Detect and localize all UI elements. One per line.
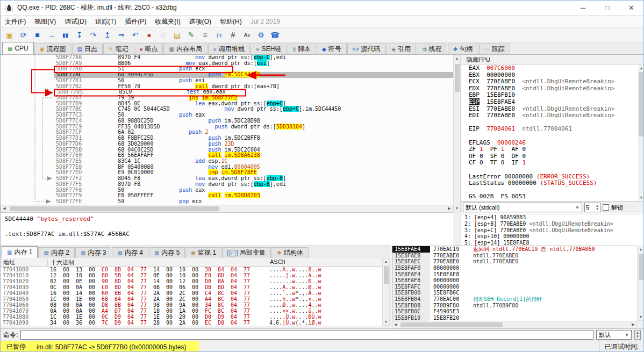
settings-button[interactable]: ⚙ <box>254 28 268 41</box>
scroll-up-arrow[interactable]: ▲ <box>638 65 644 71</box>
menu-item[interactable]: 选项(O) <box>185 16 216 28</box>
tab-CPU[interactable]: ▦CPU <box>2 42 34 54</box>
trace-coverage-button[interactable]: ◌ <box>156 28 170 41</box>
tab-内存 3[interactable]: ▦内存 3 <box>75 247 111 258</box>
register-row[interactable]: LastStatus 00000000 (STATUS_SUCCESS) <box>461 180 638 187</box>
stack-row[interactable]: 15E8FAE4770EAC19返回到 ntdll.770EAC19 自 ntd… <box>392 246 644 253</box>
tab-局部变量[interactable]: [x=]局部变量 <box>222 247 271 258</box>
dump-header-hex[interactable]: 十六进制 <box>48 258 267 266</box>
tab-引用[interactable]: ◈引用 <box>387 44 417 54</box>
stack-row[interactable]: 15E8FB1015E8FB20 <box>392 315 644 321</box>
step-over-button[interactable]: ↷ <box>87 28 100 41</box>
tab-句柄[interactable]: ❖句柄 <box>448 44 478 54</box>
memory-map-button[interactable]: ▤ <box>170 28 184 41</box>
register-row[interactable]: EDI 770EABE0 <ntdll.DbgUiRemoteBreakin> <box>461 112 638 119</box>
tab-源代码[interactable]: <>源代码 <box>347 44 386 54</box>
scroll-up-arrow[interactable]: ▲ <box>638 246 644 253</box>
scroll-down-arrow[interactable]: ▼ <box>638 314 644 320</box>
menu-item[interactable]: 帮助(H) <box>216 16 246 28</box>
stack-row[interactable]: 15E8FAEC770EABE0ntdll.770EABE0 <box>392 258 644 265</box>
stack-hscrollbar[interactable]: ◀ ▶ <box>392 321 637 328</box>
tab-内存 4[interactable]: ▦内存 4 <box>112 247 148 258</box>
menu-item[interactable]: 视图(V) <box>30 16 60 28</box>
disasm-row[interactable]: 5D8F77F5897D F8mov dword ptr ss:[ebp-8],… <box>1 182 453 188</box>
stack-row[interactable]: 15E8FAFC00000000 <box>392 284 644 290</box>
dump-header-address[interactable]: 地址 <box>1 258 48 266</box>
command-profile-select[interactable]: 默认 ▼ <box>596 330 632 340</box>
run-button[interactable]: → <box>45 28 58 41</box>
tab-符号[interactable]: ◆符号 <box>317 44 347 54</box>
argument-row[interactable]: 1: [esp+4] 96A59BB3 <box>461 214 644 221</box>
dump-row[interactable]: 770410801C001E000CD904771E002000D0D90477… <box>1 314 382 320</box>
tab-结构体[interactable]: ❖结构体 <box>271 247 309 258</box>
stack-row[interactable]: 15E8FB0015E8FB6C <box>392 290 644 296</box>
scroll-left-arrow[interactable]: ◀ <box>392 321 399 328</box>
run-to-cursor-button[interactable]: ⇒ <box>115 28 128 41</box>
register-row[interactable]: GS 002B FS 0053 <box>461 193 638 200</box>
tab-断点[interactable]: ●断点 <box>134 44 163 54</box>
close-button[interactable]: ✕ <box>619 1 643 15</box>
tab-内存 1[interactable]: ▦内存 1 <box>2 246 38 258</box>
argument-row[interactable]: 4: [esp+10] 00000000 <box>461 233 644 240</box>
dump-row[interactable]: 770410501C001E00688404772A002C00A48C0477… <box>1 296 382 302</box>
disasm-row[interactable]: 5D8F77FE59pop ecx <box>1 199 453 205</box>
dump-row[interactable]: 77041090340036007CD9047728002A00ECD80477… <box>1 320 382 326</box>
hash-button[interactable]: # <box>226 28 240 41</box>
scroll-thumb[interactable] <box>384 266 389 284</box>
tab-内存 5[interactable]: ▦内存 5 <box>149 247 185 258</box>
disasm-hscrollbar[interactable]: ◀ ▶ <box>1 205 453 212</box>
stack-row[interactable]: 15E8FAF415E8FAE8 <box>392 271 644 278</box>
scroll-thumb[interactable] <box>639 254 643 280</box>
scroll-right-arrow[interactable]: ▶ <box>446 205 453 212</box>
scroll-right-arrow[interactable]: ▶ <box>630 321 636 328</box>
scroll-thumb[interactable] <box>400 322 503 327</box>
open-file-button[interactable]: ▣ <box>3 28 16 41</box>
menu-item[interactable]: 收藏夹(I) <box>151 16 184 28</box>
tab-笔记[interactable]: ✎笔记 <box>103 44 133 54</box>
arg-count-stepper[interactable]: 5 ▲▼ <box>584 203 600 212</box>
tab-流程图[interactable]: ◉流程图 <box>34 44 71 54</box>
stack-row[interactable]: 15E8FB0CF45905E3 <box>392 308 644 315</box>
pause-button[interactable]: ▮▮ <box>59 28 72 41</box>
scroll-up-arrow[interactable]: ▲ <box>454 55 460 62</box>
calling-convention-select[interactable]: 默认 (stdcall) ▼ <box>463 203 582 212</box>
stack-vscrollbar[interactable]: ▲ ▼ <box>637 246 644 321</box>
stack-row[interactable]: 15E8FAF800000000 <box>392 277 644 284</box>
unlock-checkbox[interactable] <box>603 204 609 211</box>
argument-row[interactable]: 3: [esp+C] 770EABE0 <ntdll.DbgUiRemoteBr… <box>461 227 644 234</box>
tab-调用堆栈[interactable]: ≡调用堆栈 <box>208 44 250 54</box>
dump-row[interactable]: 7704100016001300C08B04771400100038840477… <box>1 267 382 272</box>
maximize-button[interactable]: □ <box>595 1 619 15</box>
dump-row[interactable]: 7704106008000A00D88B047798009A00348C0477… <box>1 302 382 308</box>
minimize-button[interactable]: ─ <box>571 1 595 15</box>
trace-record-button[interactable]: ● <box>142 28 156 41</box>
menu-item[interactable]: 文件(F) <box>1 16 30 28</box>
scroll-down-arrow[interactable]: ▼ <box>638 195 644 201</box>
scroll-thumb[interactable] <box>639 72 643 137</box>
dump-row[interactable]: 7704102002000E00908D047714001200D08A0477… <box>1 278 382 284</box>
command-spinner[interactable]: ▲▼ <box>634 330 641 340</box>
disasm-vscrollbar[interactable]: ▲ ▼ <box>453 55 461 212</box>
step-out-button[interactable]: ↥ <box>101 28 114 41</box>
phone-button[interactable]: ☎ <box>268 28 282 41</box>
dump-vscrollbar[interactable]: ▲ ▼ <box>382 258 390 326</box>
menu-item[interactable]: 插件(P) <box>120 16 151 28</box>
tab-内存 2[interactable]: ▦内存 2 <box>38 247 74 258</box>
dump-row[interactable]: 770410700A000A00A4D7047718001A00FC8C0477… <box>1 308 382 314</box>
menu-item[interactable]: 追踪(T) <box>91 16 120 28</box>
stack-row[interactable]: 15E8FB04770EAC00指向SEH_Record[1]的指针 <box>392 296 644 303</box>
scroll-up-arrow[interactable]: ▲ <box>383 258 389 265</box>
restart-button[interactable]: ⟳ <box>17 28 30 41</box>
dump-row[interactable]: 7704101012001000805B04770E001000E08D0477… <box>1 272 382 278</box>
argument-row[interactable]: 5: [esp+14] 15E8FAE8 <box>461 240 644 246</box>
tab-SEH链[interactable]: ∞SEH链 <box>251 44 287 54</box>
scroll-thumb[interactable] <box>10 206 219 211</box>
patches-button[interactable]: ✎ <box>184 28 198 41</box>
scroll-left-arrow[interactable]: ◀ <box>1 205 8 212</box>
az-button[interactable]: Az <box>240 28 254 41</box>
argument-row[interactable]: 2: [esp+8] 770EABE0 <ntdll.DbgUiRemoteBr… <box>461 221 644 227</box>
dump-row[interactable]: 770410300C000A00C08D047708000600D88D0477… <box>1 284 382 290</box>
tab-线程[interactable]: ⇉线程 <box>417 44 447 54</box>
step-back-button[interactable]: ↶ <box>128 28 142 41</box>
fx-button[interactable]: ƒx <box>212 28 226 41</box>
